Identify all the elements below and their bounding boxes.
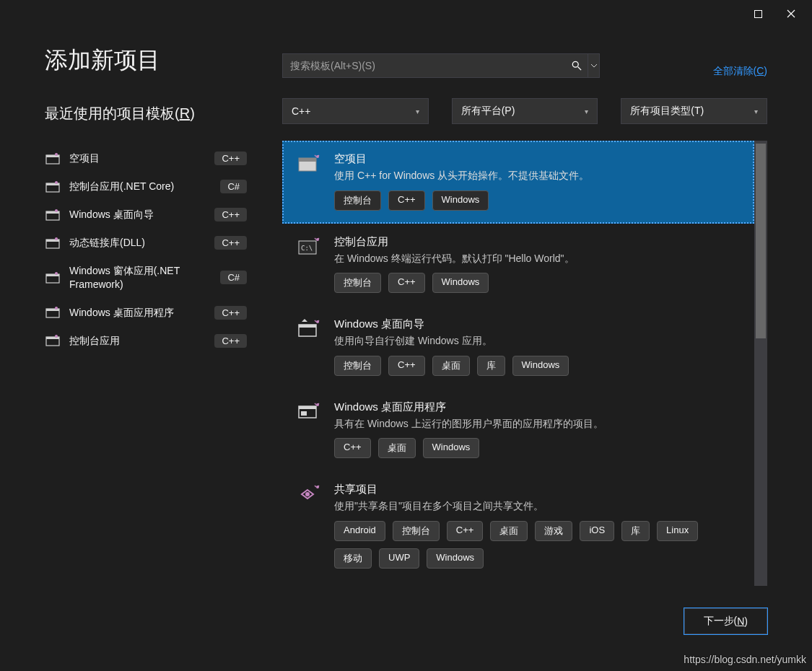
- template-tag: 库: [477, 356, 505, 376]
- svg-point-16: [55, 272, 58, 275]
- project-icon: [45, 180, 61, 193]
- titlebar: [0, 0, 812, 27]
- template-tag: 控制台: [393, 521, 440, 541]
- template-description: 使用 C++ for Windows 从头开始操作。不提供基础文件。: [334, 169, 740, 183]
- template-item[interactable]: C:\控制台应用在 Windows 终端运行代码。默认打印 "Hello Wor…: [282, 224, 754, 307]
- language-badge: C#: [220, 180, 247, 193]
- recent-item[interactable]: 控制台应用C++: [45, 327, 247, 355]
- template-icon: [297, 317, 323, 339]
- template-item[interactable]: Windows 桌面应用程序具有在 Windows 上运行的图形用户界面的应用程…: [282, 389, 754, 472]
- chevron-down-icon: ▾: [585, 108, 588, 115]
- template-item[interactable]: Windows 桌面向导使用向导自行创建 Windows 应用。控制台C++桌面…: [282, 306, 754, 389]
- template-tag: C++: [334, 438, 371, 458]
- template-icon: [297, 483, 323, 504]
- recent-template-list: 空项目C++控制台应用(.NET Core)C#Windows 桌面向导C++动…: [45, 144, 247, 355]
- svg-point-13: [55, 237, 58, 240]
- svg-point-7: [55, 181, 58, 184]
- svg-text:C:\: C:\: [301, 245, 313, 252]
- clear-all-pre: 全部清除(: [713, 65, 757, 76]
- template-tags: Android控制台C++桌面游戏iOS库Linux移动UWPWindows: [334, 521, 740, 569]
- template-description: 使用向导自行创建 Windows 应用。: [334, 334, 740, 348]
- chevron-down-icon: ▾: [754, 108, 758, 115]
- svg-rect-33: [299, 406, 316, 409]
- template-body: 控制台应用在 Windows 终端运行代码。默认打印 "Hello World"…: [334, 235, 740, 294]
- template-tags: 控制台C++Windows: [334, 190, 740, 211]
- recent-item-label: 控制台应用(.NET Core): [69, 180, 211, 193]
- template-icon: [297, 400, 323, 422]
- template-tag: 控制台: [334, 273, 381, 293]
- template-list: 空项目使用 C++ for Windows 从头开始操作。不提供基础文件。控制台…: [282, 141, 754, 586]
- template-tag: Windows: [432, 273, 489, 293]
- recent-item-label: 动态链接库(DLL): [69, 236, 206, 250]
- template-tag: 桌面: [378, 438, 416, 458]
- template-tag: Windows: [512, 356, 569, 376]
- filter-row: C++ ▾ 所有平台(P) ▾ 所有项目类型(T) ▾: [282, 98, 767, 124]
- template-item[interactable]: 共享项目使用"共享条目"项目在多个项目之间共享文件。Android控制台C++桌…: [282, 471, 754, 582]
- template-description: 具有在 Windows 上运行的图形用户界面的应用程序的项目。: [334, 417, 740, 431]
- clear-all-key: C: [756, 65, 764, 76]
- project-icon: [45, 334, 61, 347]
- svg-rect-34: [301, 411, 307, 416]
- template-tags: 控制台C++桌面库Windows: [334, 356, 740, 376]
- filter-type-dropdown[interactable]: 所有项目类型(T) ▾: [621, 98, 767, 124]
- recent-item[interactable]: Windows 桌面向导C++: [45, 201, 247, 229]
- svg-rect-24: [299, 158, 316, 162]
- template-tag: 移动: [334, 548, 372, 569]
- scrollbar[interactable]: [754, 141, 767, 586]
- template-title: 控制台应用: [334, 235, 740, 249]
- recent-item[interactable]: 空项目C++: [45, 144, 247, 172]
- template-tags: 控制台C++Windows: [334, 273, 740, 293]
- next-button[interactable]: 下一步(N): [684, 608, 767, 634]
- filter-type-label: 所有项目类型(T): [630, 105, 704, 118]
- recent-item[interactable]: 动态链接库(DLL)C++: [45, 229, 247, 257]
- template-tag: 库: [621, 521, 650, 541]
- clear-all-post: ): [764, 65, 767, 76]
- close-button[interactable]: [774, 2, 808, 25]
- template-icon: C:\: [297, 235, 323, 257]
- maximize-button[interactable]: [741, 2, 774, 25]
- template-tag: C++: [388, 356, 425, 376]
- template-tag: 桌面: [432, 356, 470, 376]
- recent-item-label: 空项目: [69, 152, 206, 165]
- project-icon: [45, 237, 61, 250]
- recent-item[interactable]: 控制台应用(.NET Core)C#: [45, 172, 247, 201]
- search-box[interactable]: [282, 53, 600, 78]
- filter-language-label: C++: [292, 105, 310, 117]
- language-badge: C++: [214, 236, 247, 250]
- template-tag: Windows: [427, 548, 484, 569]
- watermark-text: https://blog.csdn.net/yumkk: [684, 654, 806, 665]
- template-tag: C++: [388, 190, 425, 211]
- template-item[interactable]: 空项目使用 C++ for Windows 从头开始操作。不提供基础文件。控制台…: [282, 141, 754, 224]
- recent-item-label: 控制台应用: [69, 334, 206, 348]
- template-body: 空项目使用 C++ for Windows 从头开始操作。不提供基础文件。控制台…: [334, 152, 740, 211]
- recent-item-label: Windows 窗体应用(.NET Framework): [69, 264, 211, 291]
- template-icon: [297, 152, 323, 174]
- language-badge: C#: [220, 271, 247, 284]
- template-title: 空项目: [334, 152, 740, 166]
- svg-point-22: [55, 335, 58, 338]
- template-tag: C++: [447, 521, 484, 541]
- template-list-area: 空项目使用 C++ for Windows 从头开始操作。不提供基础文件。控制台…: [282, 141, 767, 586]
- template-tag: UWP: [379, 548, 419, 569]
- page-title: 添加新项目: [45, 45, 160, 76]
- clear-all-link[interactable]: 全部清除(C): [713, 65, 767, 78]
- language-badge: C++: [214, 152, 247, 165]
- template-tag: 桌面: [490, 521, 528, 541]
- recent-item[interactable]: Windows 窗体应用(.NET Framework)C#: [45, 257, 247, 299]
- template-description: 使用"共享条目"项目在多个项目之间共享文件。: [334, 499, 740, 514]
- project-icon: [45, 306, 61, 319]
- search-icon[interactable]: [566, 54, 588, 77]
- template-item[interactable]: 动态链接库(DLL)生成可在多个正在运行的 Windows 应用之间共享的 .d…: [282, 582, 754, 586]
- search-input[interactable]: [283, 54, 566, 77]
- dialog-window: 添加新项目 全部清除(C) C++ ▾ 所有平台(P) ▾ 所有项目类型(T) …: [0, 0, 812, 671]
- template-tags: C++桌面Windows: [334, 438, 740, 458]
- filter-platform-dropdown[interactable]: 所有平台(P) ▾: [452, 98, 598, 124]
- project-icon: [45, 209, 61, 222]
- recent-item[interactable]: Windows 桌面应用程序C++: [45, 299, 247, 327]
- filter-language-dropdown[interactable]: C++ ▾: [282, 98, 429, 124]
- recent-heading: 最近使用的项目模板(R): [45, 104, 195, 123]
- template-title: Windows 桌面向导: [334, 317, 740, 331]
- search-dropdown-icon[interactable]: [588, 54, 599, 77]
- template-tag: 游戏: [535, 521, 572, 541]
- scrollbar-thumb[interactable]: [756, 144, 766, 338]
